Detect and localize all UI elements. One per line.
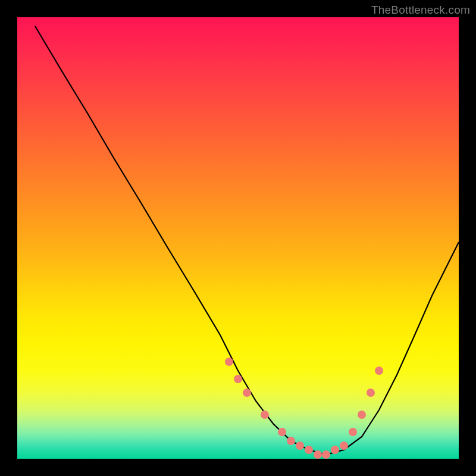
chart-frame: TheBottleneck.com	[0, 0, 476, 476]
watermark-text: TheBottleneck.com	[371, 4, 470, 17]
svg-point-7	[305, 446, 313, 454]
svg-point-4	[278, 428, 286, 436]
plot-area	[17, 17, 459, 459]
svg-point-9	[322, 450, 330, 459]
svg-point-14	[367, 389, 375, 397]
svg-point-8	[314, 450, 322, 459]
svg-point-1	[234, 375, 242, 383]
svg-point-2	[243, 389, 251, 397]
svg-point-12	[349, 428, 357, 436]
svg-point-5	[287, 437, 295, 445]
svg-point-6	[296, 441, 304, 450]
bottleneck-curve	[17, 17, 459, 459]
svg-point-15	[375, 367, 383, 375]
svg-point-13	[358, 411, 366, 419]
highlight-dots	[225, 358, 383, 459]
svg-point-0	[225, 358, 233, 366]
svg-point-10	[331, 446, 339, 454]
svg-point-11	[340, 441, 348, 450]
svg-point-3	[261, 411, 269, 419]
